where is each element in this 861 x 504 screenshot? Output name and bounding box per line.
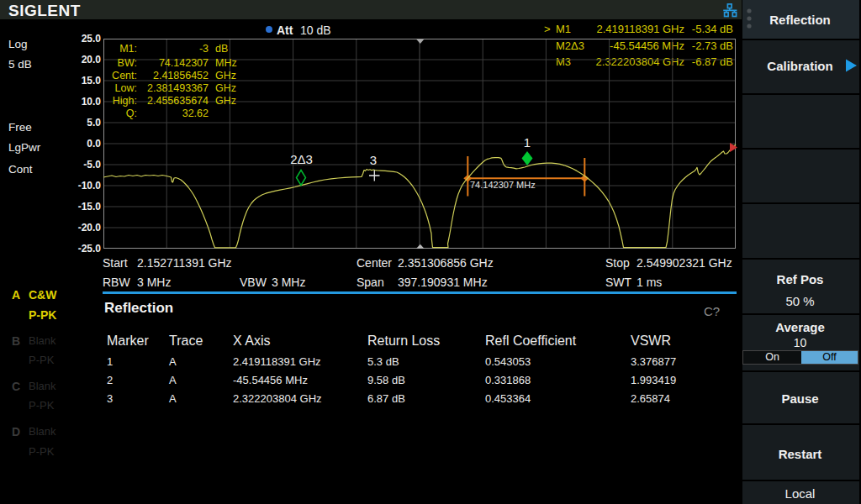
svg-text:1: 1 — [524, 135, 531, 150]
svg-text:3: 3 — [370, 153, 377, 167]
svg-text:2Δ3: 2Δ3 — [290, 152, 313, 166]
svg-text:74.142307 MHz: 74.142307 MHz — [470, 180, 536, 190]
